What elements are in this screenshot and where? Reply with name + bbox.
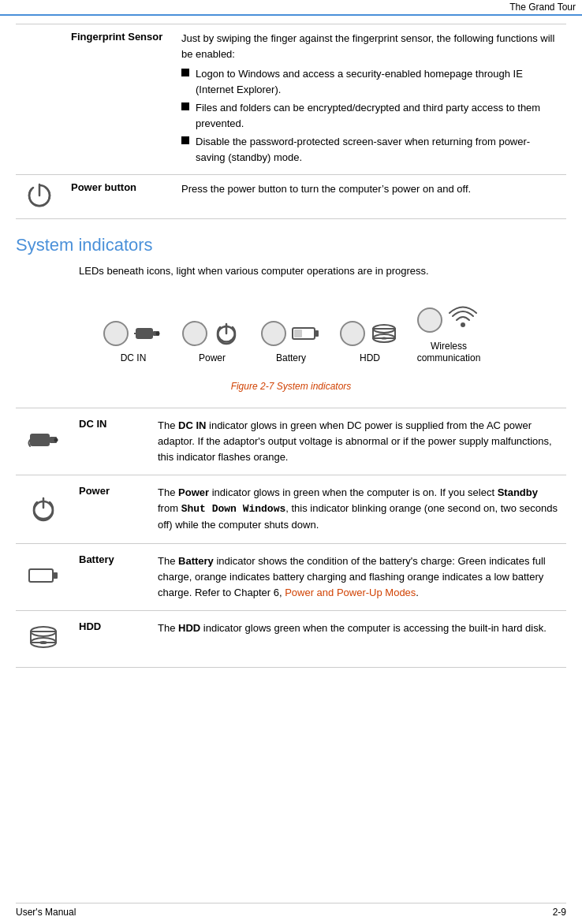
bullet-square-3: [181, 136, 189, 144]
detail-table: DC IN The DC IN indicator glows in green…: [16, 408, 566, 668]
detail-row-dcin: DC IN The DC IN indicator glows in green…: [16, 408, 566, 475]
power-detail-label: Power: [71, 475, 150, 543]
figure-caption: Figure 2-7 System indicators: [16, 381, 566, 392]
header-title: The Grand Tour: [509, 2, 576, 13]
fingerprint-icon-cell: [16, 24, 63, 175]
hdd-detail-desc: The HDD indicator glows green when the c…: [150, 610, 566, 667]
bullet-square-1: [181, 69, 189, 76]
battery-detail-label: Battery: [71, 543, 150, 610]
fingerprint-desc: Just by swiping the finger against the f…: [173, 24, 566, 175]
section-heading: System indicators: [16, 235, 566, 255]
bullet-square-2: [181, 102, 189, 110]
power-icon: [211, 318, 242, 349]
svg-rect-2: [136, 328, 153, 339]
power-detail-desc: The Power indicator glows in green when …: [150, 475, 566, 543]
svg-point-4: [156, 332, 160, 336]
detail-row-battery: Battery The Battery indicator shows the …: [16, 543, 566, 610]
diagram-dcin: DC IN: [94, 318, 173, 365]
svg-rect-9: [315, 330, 319, 337]
dcin-detail-icon: [16, 408, 71, 475]
power-button-icon-cell: [16, 175, 63, 219]
svg-rect-21: [29, 569, 53, 582]
power-button-row: Power button Press the power button to t…: [16, 175, 566, 219]
battery-icon: [289, 318, 321, 349]
dcin-detail-desc: The DC IN indicator glows in green when …: [150, 408, 566, 475]
svg-rect-16: [30, 434, 50, 446]
detail-row-power: Power The Power indicator glows in green…: [16, 475, 566, 543]
wireless-label: Wireless communication: [417, 341, 481, 365]
diagram-hdd: HDD: [330, 318, 409, 365]
power-modes-link[interactable]: Power and Power-Up Modes: [285, 587, 416, 598]
section-intro: LEDs beneath icons, light when various c…: [16, 263, 566, 279]
feature-table: Fingerprint Sensor Just by swiping the f…: [16, 24, 566, 219]
dc-in-detail-icon: [26, 423, 61, 457]
diagram-wireless: Wireless communication: [409, 303, 488, 365]
led-power: [182, 321, 207, 346]
power-label: Power: [199, 352, 226, 365]
battery-detail-desc: The Battery indicator shows the conditio…: [150, 543, 566, 610]
page-footer: User's Manual 2-9: [16, 903, 566, 918]
fingerprint-bullets: Logon to Windows and access a security-e…: [181, 66, 558, 165]
power-button-icon: [25, 181, 54, 210]
led-battery: [261, 321, 286, 346]
power-button-desc: Press the power button to turn the compu…: [173, 175, 566, 219]
led-dcin: [103, 321, 129, 346]
dcin-detail-label: DC IN: [71, 408, 150, 475]
svg-point-14: [381, 337, 387, 340]
diagram-power: Power: [173, 318, 252, 365]
page-content: Fingerprint Sensor Just by swiping the f…: [0, 24, 582, 668]
svg-point-15: [461, 322, 465, 327]
detail-row-hdd: HDD The HDD indicator glows green when t…: [16, 610, 566, 667]
battery-detail-icon: [16, 543, 71, 610]
hdd-detail-icon: [16, 610, 71, 667]
dcin-label: DC IN: [121, 352, 147, 365]
fingerprint-label: Fingerprint Sensor: [63, 24, 173, 175]
wireless-icon: [446, 303, 480, 337]
battery-detail-icon: [26, 558, 61, 593]
power-detail-icon: [16, 475, 71, 543]
icons-diagram: DC IN Power: [16, 295, 566, 373]
svg-rect-10: [294, 330, 302, 337]
hdd-label: HDD: [360, 352, 380, 365]
fingerprint-row: Fingerprint Sensor Just by swiping the f…: [16, 24, 566, 175]
led-wireless: [417, 307, 442, 333]
battery-label: Battery: [276, 352, 306, 365]
hdd-icon: [368, 318, 400, 349]
bullet-item-1: Logon to Windows and access a security-e…: [181, 66, 558, 97]
bullet-item-2: Files and folders can be encrypted/decry…: [181, 100, 558, 131]
hdd-detail-icon: [26, 620, 61, 655]
power-button-label: Power button: [63, 175, 173, 219]
power-detail-icon: [26, 490, 61, 525]
footer-left: User's Manual: [16, 907, 76, 918]
svg-point-26: [39, 641, 47, 644]
svg-point-18: [54, 438, 58, 442]
diagram-battery: Battery: [252, 318, 330, 365]
footer-right: 2-9: [553, 907, 566, 918]
dc-in-icon: [132, 318, 163, 349]
svg-rect-22: [53, 572, 58, 579]
bullet-item-3: Disable the password-protected screen-sa…: [181, 134, 558, 165]
hdd-detail-label: HDD: [71, 610, 150, 667]
page-header: The Grand Tour: [0, 0, 582, 16]
led-hdd: [340, 321, 365, 346]
